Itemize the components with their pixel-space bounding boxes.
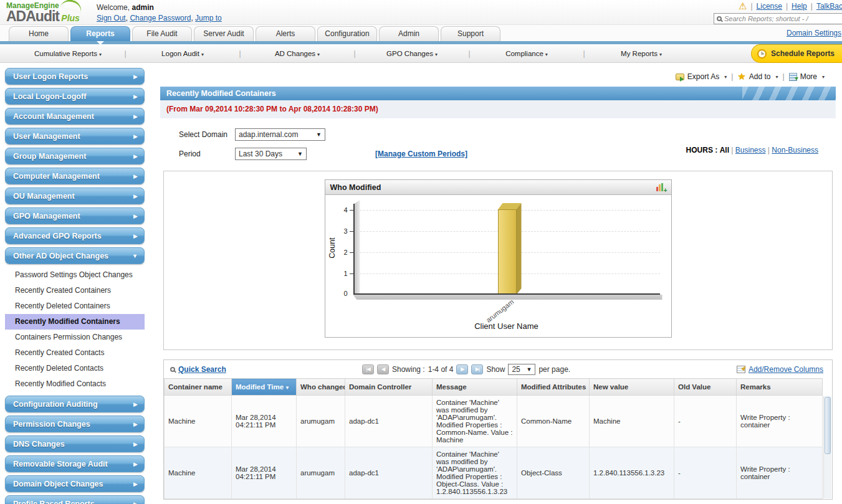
tab-reports[interactable]: Reports bbox=[70, 26, 130, 41]
sidebar-item-recently-deleted-containers[interactable]: Recently Deleted Containers bbox=[5, 298, 145, 314]
y-tickmark bbox=[350, 210, 353, 211]
sidebar-item-user-logon-reports[interactable]: User Logon Reports▶ bbox=[5, 68, 145, 85]
sidebar-item-containers-permission-changes[interactable]: Containers Permission Changes bbox=[5, 330, 145, 345]
sidebar-label: Removable Storage Audit bbox=[13, 460, 108, 468]
hours-business-link[interactable]: Business bbox=[735, 146, 766, 155]
sidebar-item-password-settings-object-changes[interactable]: Password Settings Object Changes bbox=[5, 267, 145, 283]
col-remarks[interactable]: Remarks bbox=[737, 379, 823, 396]
chevron-down-icon: ▾ bbox=[435, 52, 438, 57]
add-to-button[interactable]: ★Add to▾ bbox=[737, 72, 778, 81]
sidebar-item-recently-created-contacts[interactable]: Recently Created Contacts bbox=[5, 345, 145, 361]
schedule-reports-button[interactable]: Schedule Reports bbox=[751, 44, 842, 63]
prev-page-button[interactable]: ◀ bbox=[377, 364, 389, 374]
sidebar-item-account-management[interactable]: Account Management▶ bbox=[5, 108, 145, 125]
next-page-button[interactable]: ▶ bbox=[456, 364, 468, 374]
sidebar-item-user-management[interactable]: User Management▶ bbox=[5, 128, 145, 145]
sidebar-item-recently-created-containers[interactable]: Recently Created Containers bbox=[5, 283, 145, 298]
sidebar-item-recently-modified-contacts[interactable]: Recently Modified Contacts bbox=[5, 376, 145, 392]
sidebar-label: Permission Changes bbox=[13, 420, 90, 429]
col-domain-controller[interactable]: Domain Controller bbox=[345, 379, 433, 396]
tab-home[interactable]: Home bbox=[9, 26, 69, 41]
sidebar-item-recently-deleted-contacts[interactable]: Recently Deleted Contacts bbox=[5, 361, 145, 376]
col-old-value[interactable]: Old Value bbox=[674, 379, 737, 396]
sidebar-item-configuration-auditing[interactable]: Configuration Auditing▶ bbox=[5, 396, 145, 412]
tab-admin[interactable]: Admin bbox=[379, 26, 439, 41]
hours-non-business-link[interactable]: Non-Business bbox=[772, 146, 818, 155]
last-page-button[interactable]: ▶| bbox=[471, 364, 483, 374]
subnav-compliance[interactable]: Compliance▾ bbox=[476, 50, 577, 57]
col-new-value[interactable]: New value bbox=[590, 379, 674, 396]
scrollbar-thumb[interactable] bbox=[825, 397, 831, 454]
cell-new-value: 1.2.840.113556.1.3.23 bbox=[590, 447, 674, 499]
export-as-button[interactable]: Export As▾ bbox=[676, 72, 727, 81]
manage-custom-periods-link[interactable]: [Manage Custom Periods] bbox=[375, 150, 467, 158]
col-message[interactable]: Message bbox=[433, 379, 517, 396]
subnav-gpo-changes[interactable]: GPO Changes▾ bbox=[361, 50, 462, 57]
separator: | bbox=[750, 2, 752, 11]
show-label: Show bbox=[486, 365, 505, 374]
column-edit-icon bbox=[737, 366, 745, 373]
tab-server-audit[interactable]: Server Audit bbox=[194, 26, 254, 41]
sidebar-item-dns-changes[interactable]: DNS Changes▶ bbox=[5, 435, 145, 452]
sidebar-item-other-ad-object-changes[interactable]: Other AD Object Changes▼ bbox=[5, 247, 145, 264]
more-button[interactable]: More▾ bbox=[789, 72, 825, 81]
table-row[interactable]: Machine Mar 28,2014 04:21:11 PM arumugam… bbox=[165, 447, 823, 499]
first-page-button[interactable]: |◀ bbox=[362, 364, 374, 374]
jump-to-link[interactable]: Jump to bbox=[195, 14, 222, 22]
tab-support[interactable]: Support bbox=[441, 26, 500, 41]
col-modified-time[interactable]: Modified Time▼ bbox=[232, 379, 297, 396]
sidebar-item-recently-modified-containers[interactable]: Recently Modified Containers bbox=[5, 314, 145, 330]
sidebar-label: Computer Management bbox=[13, 172, 100, 181]
sidebar-item-advanced-gpo-reports[interactable]: Advanced GPO Reports▶ bbox=[5, 227, 145, 244]
sidebar-item-group-management[interactable]: Group Management▶ bbox=[5, 148, 145, 164]
search-input[interactable] bbox=[724, 15, 842, 22]
col-container-name[interactable]: Container name bbox=[165, 379, 232, 396]
change-password-link[interactable]: Change Password bbox=[130, 14, 191, 22]
schedule-reports-label: Schedule Reports bbox=[771, 49, 835, 58]
table-header-row: Container name Modified Time▼ Who change… bbox=[165, 379, 823, 396]
subnav-ad-changes[interactable]: AD Changes▾ bbox=[247, 50, 348, 57]
table-row[interactable]: Machine Mar 28,2014 04:21:11 PM arumugam… bbox=[165, 396, 823, 447]
period-select[interactable]: Last 30 Days▼ bbox=[235, 148, 307, 160]
tab-file-audit[interactable]: File Audit bbox=[132, 26, 192, 41]
chevron-right-icon: ▶ bbox=[133, 228, 138, 244]
add-remove-columns-button[interactable]: Add/Remove Columns bbox=[737, 365, 823, 374]
chart-bar[interactable] bbox=[498, 203, 522, 295]
tab-alerts[interactable]: Alerts bbox=[256, 26, 315, 41]
chart-plot-area: 4 3 2 1 0 Count arumugam Client User Nam… bbox=[325, 195, 671, 337]
warning-icon[interactable]: ⚠ bbox=[739, 2, 747, 11]
sidebar-item-domain-object-changes[interactable]: Domain Object Changes▶ bbox=[5, 475, 145, 492]
sidebar-item-removable-storage-audit[interactable]: Removable Storage Audit▶ bbox=[5, 455, 145, 472]
help-link[interactable]: Help bbox=[792, 2, 807, 11]
sidebar-item-ou-management[interactable]: OU Management▶ bbox=[5, 188, 145, 204]
sidebar-item-profile-based-reports[interactable]: Profile Based Reports▶ bbox=[5, 495, 145, 504]
subnav-cumulative-reports[interactable]: Cumulative Reports▾ bbox=[17, 50, 118, 57]
quick-search-button[interactable]: Quick Search bbox=[170, 365, 226, 374]
chevron-down-icon: ▾ bbox=[822, 74, 825, 80]
chart-type-icon[interactable] bbox=[656, 183, 666, 191]
welcome-prefix: Welcome, bbox=[97, 3, 130, 12]
select-domain-label: Select Domain bbox=[179, 130, 235, 139]
license-link[interactable]: License bbox=[757, 2, 782, 11]
talkback-link[interactable]: TalkBack bbox=[816, 2, 842, 11]
table-scrollbar[interactable] bbox=[823, 396, 831, 498]
sidebar-label: Group Management bbox=[13, 152, 86, 161]
reports-subnav: Cumulative Reports▾ | Logon Audit▾ | AD … bbox=[0, 44, 842, 63]
y-tickmark bbox=[350, 231, 353, 232]
col-modified-attributes[interactable]: Modified Attributes bbox=[517, 379, 590, 396]
subnav-logon-audit[interactable]: Logon Audit▾ bbox=[132, 50, 233, 57]
page-size-select[interactable]: 25▼ bbox=[508, 364, 535, 375]
domain-settings-link[interactable]: Domain Settings bbox=[787, 29, 841, 37]
tab-configuration[interactable]: Configuration bbox=[317, 26, 377, 41]
sidebar-item-gpo-management[interactable]: GPO Management▶ bbox=[5, 207, 145, 224]
x-axis-title: Client User Name bbox=[353, 321, 660, 331]
col-who-changed[interactable]: Who changed bbox=[297, 379, 345, 396]
hours-all-option[interactable]: All bbox=[720, 146, 729, 155]
sidebar-item-local-logon-logoff[interactable]: Local Logon-Logoff▶ bbox=[5, 88, 145, 105]
cell-container-name: Machine bbox=[165, 447, 232, 499]
domain-select[interactable]: adap.internal.com▼ bbox=[235, 128, 325, 141]
sidebar-item-computer-management[interactable]: Computer Management▶ bbox=[5, 168, 145, 184]
subnav-my-reports[interactable]: My Reports▾ bbox=[591, 50, 692, 57]
sign-out-link[interactable]: Sign Out bbox=[97, 14, 126, 22]
sidebar-item-permission-changes[interactable]: Permission Changes▶ bbox=[5, 416, 145, 432]
